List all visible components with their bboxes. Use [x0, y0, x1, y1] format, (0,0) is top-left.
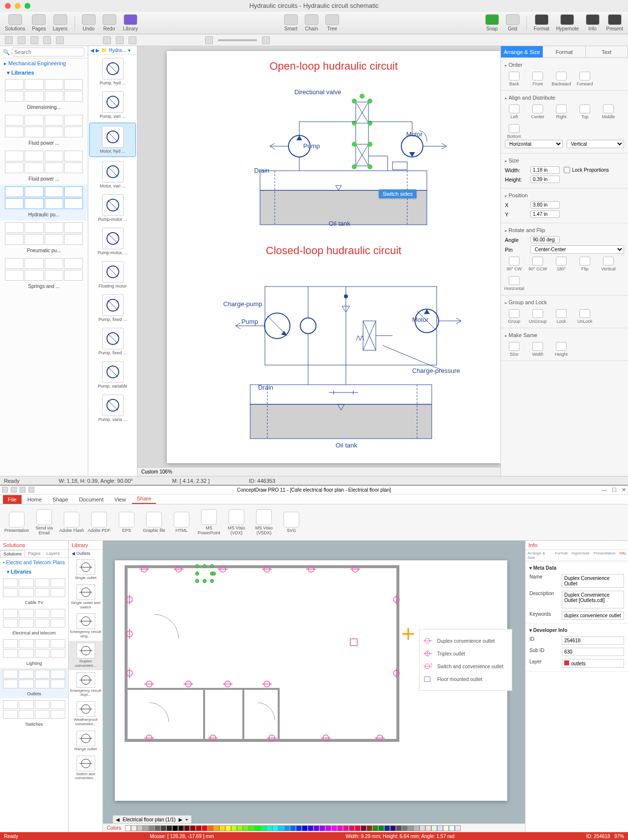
- library-item[interactable]: Pump, hyd ...: [88, 55, 137, 88]
- color-swatch[interactable]: [255, 825, 261, 831]
- minimize-icon[interactable]: —: [602, 487, 607, 493]
- lock-proportions-check[interactable]: Lock Proportions: [564, 167, 609, 173]
- group-ungroup-button[interactable]: UnGroup: [528, 309, 547, 324]
- color-swatch[interactable]: [337, 825, 343, 831]
- ribbon-adobe-flash-button[interactable]: Adobe Flash: [59, 512, 84, 533]
- library-group[interactable]: Fluid power ...: [0, 149, 88, 184]
- meta-keywords-input[interactable]: duplex convenience outlet: [562, 611, 624, 620]
- ribbon-svg-button[interactable]: SVG: [279, 512, 304, 533]
- zoom-slider[interactable]: [218, 39, 257, 41]
- color-swatch[interactable]: [261, 825, 266, 831]
- color-swatch[interactable]: [172, 825, 178, 831]
- color-swatch[interactable]: [390, 825, 396, 831]
- tab-format[interactable]: Format: [543, 46, 585, 57]
- color-swatch[interactable]: [296, 825, 302, 831]
- meta-name-input[interactable]: Duplex Convenience Outlet: [562, 574, 624, 588]
- library-item[interactable]: Pump, variable: [88, 358, 137, 392]
- group-unlock-button[interactable]: UnLock: [576, 309, 594, 324]
- same-width-button[interactable]: Width: [528, 342, 547, 357]
- color-swatch[interactable]: [431, 825, 437, 831]
- library-item[interactable]: Motor, vari ...: [88, 158, 137, 191]
- format-button[interactable]: Format: [534, 14, 550, 31]
- color-swatch[interactable]: [225, 825, 231, 831]
- color-swatch[interactable]: [402, 825, 408, 831]
- p2-library-item[interactable]: Duplex convenien...: [69, 641, 103, 670]
- info-button[interactable]: Info: [586, 14, 600, 31]
- align-bottom-button[interactable]: Bottom: [505, 124, 523, 139]
- text-tool-icon[interactable]: [56, 36, 64, 44]
- subtab-presentation[interactable]: Presentation: [592, 550, 618, 561]
- group-lock-button[interactable]: Lock: [552, 309, 571, 324]
- color-swatch[interactable]: [272, 825, 278, 831]
- close-icon[interactable]: ✕: [622, 487, 626, 493]
- p2-library-item[interactable]: Single outlet and switch: [69, 582, 103, 612]
- color-swatch[interactable]: [160, 825, 166, 831]
- canvas-page[interactable]: Open-loop hudraulic circuit: [167, 51, 500, 463]
- tab-file[interactable]: File: [3, 495, 22, 504]
- tab-share[interactable]: Share: [132, 494, 156, 504]
- color-swatch[interactable]: [149, 825, 155, 831]
- redo-button[interactable]: Redo: [103, 14, 116, 31]
- color-swatch[interactable]: [408, 825, 414, 831]
- subtab-arrange[interactable]: Arrange & Size: [525, 550, 553, 561]
- zoom-out-icon[interactable]: [205, 36, 213, 44]
- ribbon-ms-powerpoint-button[interactable]: MS PowerPoint: [196, 509, 222, 536]
- color-swatch[interactable]: [125, 825, 131, 831]
- color-swatch[interactable]: [314, 825, 319, 831]
- p2-library-item[interactable]: Emergency circuit dupl...: [69, 670, 103, 700]
- rotate-90-ccw-button[interactable]: 90° CCW: [528, 257, 547, 271]
- align-tool-icon[interactable]: [116, 36, 124, 44]
- grid-button[interactable]: Grid: [506, 14, 520, 31]
- color-swatch[interactable]: [449, 825, 455, 831]
- color-swatch[interactable]: [278, 825, 284, 831]
- color-swatch[interactable]: [437, 825, 443, 831]
- rect-tool-icon[interactable]: [30, 36, 38, 44]
- color-swatch[interactable]: [308, 825, 314, 831]
- same-size-button[interactable]: Size: [505, 342, 523, 357]
- dev-layer-select[interactable]: outlets: [562, 659, 624, 668]
- library-item[interactable]: Pump, varia ...: [88, 392, 137, 425]
- p2-library-group[interactable]: Cable TV: [0, 577, 68, 607]
- qat-icon[interactable]: [28, 487, 34, 493]
- color-swatch[interactable]: [384, 825, 390, 831]
- color-swatch[interactable]: [237, 825, 243, 831]
- hypernote-button[interactable]: Hypernote: [556, 14, 578, 31]
- tab-view[interactable]: View: [109, 495, 131, 504]
- p2-library-item[interactable]: Range outlet: [69, 729, 103, 754]
- width-input[interactable]: [530, 166, 560, 174]
- rotate-flip-button[interactable]: Flip: [576, 257, 594, 271]
- library-breadcrumb[interactable]: ◀ ▶ 📁 Hydra... ▾: [88, 46, 137, 55]
- library-group[interactable]: Hydraulic pu...: [0, 184, 88, 220]
- color-swatch[interactable]: [366, 825, 372, 831]
- color-swatch[interactable]: [137, 825, 143, 831]
- p2-canvas[interactable]: Duplex convenience outlet Triplex outlet…: [103, 541, 525, 832]
- color-swatch[interactable]: [455, 825, 461, 831]
- rotate-90-cw-button[interactable]: 90° CW: [505, 257, 523, 271]
- order-back-button[interactable]: Back: [505, 72, 523, 86]
- drawing-canvas[interactable]: Open-loop hudraulic circuit: [137, 46, 500, 476]
- align-top-button[interactable]: Top: [576, 105, 594, 119]
- rotate-vertical-button[interactable]: Vertical: [599, 257, 618, 271]
- group-group-button[interactable]: Group: [505, 309, 523, 324]
- color-palette[interactable]: Colors: [103, 823, 525, 832]
- color-swatch[interactable]: [231, 825, 237, 831]
- p2-tab-layers[interactable]: Layers: [44, 550, 63, 557]
- zoom-readout[interactable]: Custom 106%: [137, 467, 500, 476]
- p2-library-item[interactable]: Single outlet: [69, 557, 103, 582]
- color-swatch[interactable]: [443, 825, 449, 831]
- qat-icon[interactable]: [20, 487, 26, 493]
- subtab-info[interactable]: Info: [618, 550, 628, 561]
- library-group[interactable]: Springs and ...: [0, 256, 88, 292]
- library-item[interactable]: Pump, fixed ...: [88, 325, 137, 358]
- undo-button[interactable]: Undo: [82, 14, 96, 31]
- ribbon-graphic-file-button[interactable]: Graphic file: [141, 512, 167, 533]
- tab-home[interactable]: Home: [23, 495, 47, 504]
- rotate-180--button[interactable]: 180°: [552, 257, 571, 271]
- layers-button[interactable]: Layers: [53, 14, 68, 31]
- meta-desc-input[interactable]: Duplex Convenience Outlet [Outlets.cdl]: [562, 591, 624, 608]
- present-button[interactable]: Present: [606, 14, 623, 31]
- order-backward-button[interactable]: Backward: [552, 72, 571, 86]
- library-item[interactable]: Floating motor: [88, 258, 137, 291]
- color-swatch[interactable]: [243, 825, 249, 831]
- ribbon-eps-button[interactable]: EPS: [114, 512, 139, 533]
